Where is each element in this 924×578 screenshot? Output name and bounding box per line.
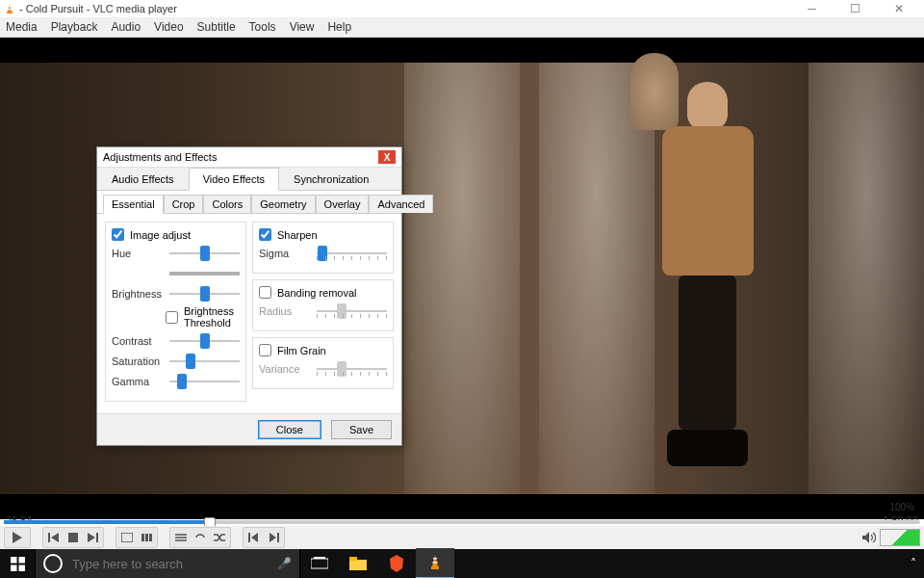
svg-marker-0 (8, 4, 12, 12)
brightness-label: Brightness (112, 288, 166, 300)
variance-slider (317, 360, 387, 378)
menu-media[interactable]: Media (6, 20, 38, 34)
tab-synchronization[interactable]: Synchronization (279, 168, 383, 190)
film-grain-checkbox[interactable] (259, 344, 271, 356)
vlc-app[interactable] (416, 548, 454, 578)
stop-button[interactable] (64, 529, 83, 546)
brave-app[interactable] (377, 549, 416, 578)
dialog-title: Adjustments and Effects (103, 151, 217, 163)
menu-tools[interactable]: Tools (249, 20, 276, 34)
save-button[interactable]: Save (331, 420, 392, 439)
subtab-colors[interactable]: Colors (203, 195, 251, 213)
explorer-app[interactable] (339, 549, 377, 578)
minimize-button[interactable]: ─ (790, 0, 834, 17)
svg-rect-29 (349, 557, 357, 561)
step-forward-button[interactable] (264, 529, 283, 546)
fullscreen-button[interactable] (117, 529, 137, 546)
sharpen-checkbox[interactable] (259, 228, 271, 241)
image-adjust-checkbox[interactable] (112, 228, 124, 241)
brightness-threshold-checkbox[interactable] (166, 311, 178, 324)
dialog-tabs: Audio Effects Video Effects Synchronizat… (97, 168, 401, 191)
svg-rect-27 (314, 557, 325, 559)
taskview-button[interactable] (300, 549, 339, 578)
svg-rect-26 (311, 559, 328, 568)
subtab-geometry[interactable]: Geometry (251, 195, 315, 213)
banding-checkbox[interactable] (259, 286, 271, 299)
gamma-slider[interactable] (169, 373, 240, 390)
vlc-icon (4, 3, 15, 14)
playlist-button[interactable] (171, 529, 191, 546)
brightness-slider[interactable] (169, 285, 240, 302)
svg-marker-19 (270, 533, 276, 542)
menu-subtitle[interactable]: Subtitle (197, 20, 236, 34)
video-viewport[interactable]: Adjustments and Effects X Audio Effects … (0, 38, 924, 519)
mic-icon[interactable]: 🎤 (277, 557, 292, 570)
svg-marker-4 (13, 532, 22, 543)
video-effects-subtabs: Essential Crop Colors Geometry Overlay A… (97, 191, 401, 214)
svg-rect-20 (277, 533, 279, 542)
tab-audio-effects[interactable]: Audio Effects (97, 168, 189, 190)
hue-slider[interactable] (169, 245, 240, 262)
start-button[interactable] (0, 549, 35, 578)
system-tray[interactable]: ˄ (903, 557, 924, 570)
prev-button[interactable] (44, 529, 64, 546)
search-input[interactable] (70, 556, 270, 572)
svg-rect-1 (7, 12, 13, 13)
extended-settings-button[interactable] (137, 529, 156, 546)
loop-button[interactable] (191, 529, 210, 546)
dialog-close-button[interactable]: X (378, 150, 396, 164)
svg-rect-22 (11, 557, 17, 564)
cortana-icon[interactable] (43, 554, 63, 573)
menubar: Media Playback Audio Video Subtitle Tool… (0, 17, 924, 38)
svg-marker-30 (390, 555, 403, 572)
taskbar-search[interactable]: 🎤 (35, 549, 300, 578)
svg-rect-12 (145, 534, 148, 541)
image-adjust-group: Image adjust Hue Brightness Brightness T… (105, 222, 246, 402)
volume-slider[interactable] (880, 529, 920, 546)
play-button[interactable] (4, 527, 31, 548)
sharpen-group: Sharpen Sigma (252, 222, 394, 274)
playback-controls: 100% (0, 526, 924, 549)
saturation-slider[interactable] (169, 353, 240, 370)
maximize-button[interactable]: ☐ (834, 0, 877, 17)
svg-rect-13 (149, 534, 152, 541)
windows-taskbar: 🎤 ˄ (0, 549, 924, 578)
dialog-titlebar[interactable]: Adjustments and Effects X (97, 147, 401, 168)
close-button[interactable]: Close (258, 420, 321, 439)
window-title: - Cold Pursuit - VLC media player (19, 3, 790, 14)
mute-icon[interactable] (862, 532, 876, 543)
svg-rect-34 (433, 562, 438, 564)
svg-rect-7 (68, 533, 78, 542)
menu-help[interactable]: Help (327, 20, 351, 34)
essential-panel: Image adjust Hue Brightness Brightness T… (97, 214, 401, 413)
svg-rect-9 (96, 533, 98, 542)
step-back-button[interactable] (244, 529, 264, 546)
tab-video-effects[interactable]: Video Effects (189, 168, 279, 191)
close-window-button[interactable]: ✕ (877, 0, 920, 17)
sigma-label: Sigma (259, 248, 313, 259)
svg-rect-5 (48, 533, 50, 542)
svg-rect-17 (248, 533, 250, 542)
menu-video[interactable]: Video (154, 20, 183, 34)
subtab-essential[interactable]: Essential (103, 195, 164, 214)
subtab-overlay[interactable]: Overlay (316, 195, 370, 213)
subtab-advanced[interactable]: Advanced (369, 195, 433, 213)
svg-rect-32 (431, 566, 439, 569)
svg-rect-3 (8, 9, 12, 10)
svg-rect-23 (18, 557, 25, 564)
menu-playback[interactable]: Playback (51, 20, 98, 34)
svg-rect-28 (349, 560, 367, 570)
contrast-label: Contrast (112, 335, 166, 347)
svg-marker-8 (88, 533, 95, 542)
seek-bar[interactable] (0, 518, 924, 526)
svg-rect-33 (433, 558, 437, 560)
adjustments-effects-dialog: Adjustments and Effects X Audio Effects … (96, 146, 402, 446)
menu-view[interactable]: View (290, 20, 315, 34)
menu-audio[interactable]: Audio (111, 20, 141, 34)
tray-chevron-icon[interactable]: ˄ (911, 557, 916, 570)
sigma-slider[interactable] (317, 245, 387, 262)
shuffle-button[interactable] (210, 529, 229, 546)
contrast-slider[interactable] (169, 332, 240, 350)
subtab-crop[interactable]: Crop (164, 195, 204, 213)
next-button[interactable] (83, 529, 102, 546)
